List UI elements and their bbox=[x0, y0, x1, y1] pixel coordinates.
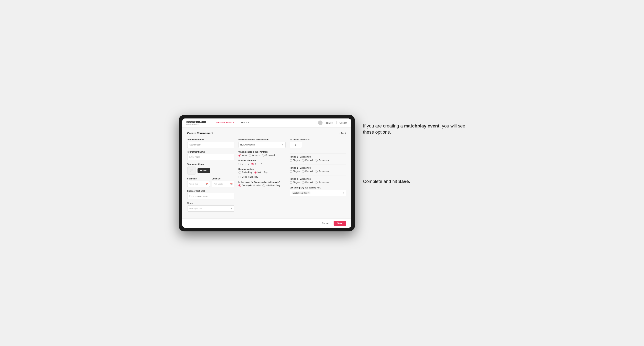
gender-combined[interactable]: Combined bbox=[262, 154, 275, 157]
individuals-option[interactable]: Individuals Only bbox=[262, 184, 280, 187]
nav-tabs: TOURNAMENTS TEAMS bbox=[212, 119, 318, 128]
page-title: Create Tournament bbox=[187, 132, 213, 135]
tab-tournaments[interactable]: TOURNAMENTS bbox=[212, 119, 238, 128]
api-select[interactable]: Leaderboard King × ▼ bbox=[290, 190, 346, 196]
round-2[interactable]: 2 bbox=[245, 163, 249, 165]
logo-title: SCOREBOARD bbox=[186, 121, 206, 124]
name-group: Tournament name bbox=[187, 151, 234, 160]
round3-match-type-group: Round 3 - Match Type Singles Fourball bbox=[290, 175, 346, 184]
round-2-radio[interactable] bbox=[245, 163, 247, 165]
start-date-group: Start date Pick a date 📅 bbox=[187, 177, 210, 187]
save-button[interactable]: Save bbox=[334, 221, 346, 226]
round-3[interactable]: 3 bbox=[252, 163, 256, 165]
teams-radio[interactable] bbox=[238, 184, 241, 187]
round1-fourball[interactable]: Fourball bbox=[302, 159, 313, 162]
scoring-stroke-play[interactable]: Stroke Play bbox=[238, 171, 252, 174]
round2-singles-radio[interactable] bbox=[290, 170, 292, 173]
annotation-top-bold: matchplay event, bbox=[404, 123, 441, 129]
rounds-radio-group: 1 2 3 bbox=[238, 163, 286, 165]
round3-fourball[interactable]: Fourball bbox=[302, 181, 313, 184]
host-input[interactable] bbox=[187, 142, 234, 148]
round1-foursomes[interactable]: Foursomes bbox=[315, 159, 329, 162]
medal-match-play-radio[interactable] bbox=[238, 176, 241, 178]
teams-radio-group: Teams (+Individuals) Individuals Only bbox=[238, 184, 286, 187]
round1-fourball-radio[interactable] bbox=[302, 159, 304, 162]
start-date-input[interactable]: Pick a date 📅 bbox=[187, 181, 210, 187]
venue-chevron-icon: ▼ bbox=[231, 207, 232, 209]
calendar-icon-2: 📅 bbox=[230, 183, 232, 185]
scoring-group: Scoring system Stroke Play Match Play bbox=[238, 168, 286, 178]
round1-singles[interactable]: Singles bbox=[290, 159, 300, 162]
round1-match-type-label: Round 1 - Match Type bbox=[290, 156, 346, 158]
sign-out-link[interactable]: Sign out bbox=[340, 122, 347, 124]
individuals-radio[interactable] bbox=[262, 184, 265, 187]
teams-option[interactable]: Teams (+Individuals) bbox=[238, 184, 261, 187]
back-link[interactable]: ← Back bbox=[338, 132, 346, 134]
round1-foursomes-radio[interactable] bbox=[315, 159, 318, 162]
round2-singles[interactable]: Singles bbox=[290, 170, 300, 173]
round3-foursomes[interactable]: Foursomes bbox=[315, 181, 329, 184]
gender-womens[interactable]: Womens bbox=[249, 154, 260, 157]
gender-label: Which gender is the event for? bbox=[238, 151, 286, 153]
api-chevron-icon: ▼ bbox=[342, 192, 344, 194]
match-play-radio[interactable] bbox=[254, 171, 257, 174]
round3-singles-radio[interactable] bbox=[290, 181, 292, 184]
host-label: Tournament Host bbox=[187, 139, 234, 141]
cancel-button[interactable]: Cancel bbox=[320, 221, 332, 226]
main-content: Create Tournament ← Back Tournament Host… bbox=[182, 128, 351, 218]
round-1[interactable]: 1 bbox=[238, 163, 243, 165]
gender-group: Which gender is the event for? Mens Wome… bbox=[238, 151, 286, 157]
round1-match-type-group: Round 1 - Match Type Singles Fourball bbox=[290, 154, 346, 162]
sponsor-group: Sponsor (optional) bbox=[187, 190, 234, 199]
round1-singles-radio[interactable] bbox=[290, 159, 292, 162]
max-team-size-group: Maximum Team Size bbox=[290, 139, 346, 148]
start-date-placeholder: Pick a date bbox=[189, 183, 198, 185]
round3-singles[interactable]: Singles bbox=[290, 181, 300, 184]
round2-foursomes[interactable]: Foursomes bbox=[315, 170, 329, 173]
scoring-match-play[interactable]: Match Play bbox=[254, 171, 268, 174]
round2-match-type-label: Round 2 - Match Type bbox=[290, 167, 346, 169]
scoring-medal-match-play[interactable]: Medal Match Play bbox=[238, 176, 258, 178]
calendar-icon: 📅 bbox=[206, 183, 208, 185]
round2-fourball[interactable]: Fourball bbox=[302, 170, 313, 173]
teams-group: Is this event for Teams and/or Individua… bbox=[238, 181, 286, 187]
round-3-radio[interactable] bbox=[252, 163, 254, 165]
round-1-radio[interactable] bbox=[238, 163, 241, 165]
end-date-input[interactable]: Pick a date 📅 bbox=[212, 181, 234, 187]
division-chevron-icon: ▼ bbox=[282, 144, 284, 146]
division-group: Which division is the event for? NCAA Di… bbox=[238, 139, 286, 148]
rounds-label: Number of rounds bbox=[238, 159, 286, 162]
api-remove-icon[interactable]: × bbox=[308, 192, 309, 194]
gender-mens[interactable]: Mens bbox=[238, 154, 247, 157]
venue-select[interactable]: Search golf club ▼ bbox=[187, 205, 234, 212]
round2-foursomes-radio[interactable] bbox=[315, 170, 318, 173]
name-input[interactable] bbox=[187, 154, 234, 160]
gender-combined-radio[interactable] bbox=[262, 154, 264, 157]
gender-radio-group: Mens Womens Combined bbox=[238, 154, 286, 157]
end-date-group: End date Pick a date 📅 bbox=[212, 177, 234, 187]
round3-fourball-radio[interactable] bbox=[302, 181, 304, 184]
tab-teams[interactable]: TEAMS bbox=[238, 119, 252, 128]
upload-button[interactable]: Upload bbox=[198, 168, 210, 173]
annotation-bottom: Complete and hit Save. bbox=[363, 178, 466, 185]
form-footer: Cancel Save bbox=[182, 218, 351, 228]
rounds-group: Number of rounds 1 2 bbox=[238, 159, 286, 165]
venue-label: Venue bbox=[187, 202, 234, 204]
division-select[interactable]: NCAA Division I ▼ bbox=[238, 142, 286, 148]
name-label: Tournament name bbox=[187, 151, 234, 153]
stroke-play-radio[interactable] bbox=[238, 171, 241, 174]
gender-mens-radio[interactable] bbox=[238, 154, 241, 157]
api-value: Leaderboard King bbox=[293, 192, 308, 194]
max-team-size-input[interactable] bbox=[290, 142, 302, 148]
logo-subtitle: Powered by clippt bbox=[186, 124, 206, 125]
api-tag: Leaderboard King × bbox=[292, 191, 311, 194]
dates-group: Start date Pick a date 📅 End date bbox=[187, 177, 234, 187]
annotation-bottom-text1: Complete and hit bbox=[363, 179, 398, 184]
gender-womens-radio[interactable] bbox=[249, 154, 251, 157]
round-4-radio[interactable] bbox=[258, 163, 260, 165]
round3-foursomes-radio[interactable] bbox=[315, 181, 318, 184]
round2-fourball-radio[interactable] bbox=[302, 170, 304, 173]
round-4[interactable]: 4 bbox=[258, 163, 262, 165]
tablet-screen: SCOREBOARD Powered by clippt TOURNAMENTS… bbox=[182, 119, 351, 228]
sponsor-input[interactable] bbox=[187, 193, 234, 199]
